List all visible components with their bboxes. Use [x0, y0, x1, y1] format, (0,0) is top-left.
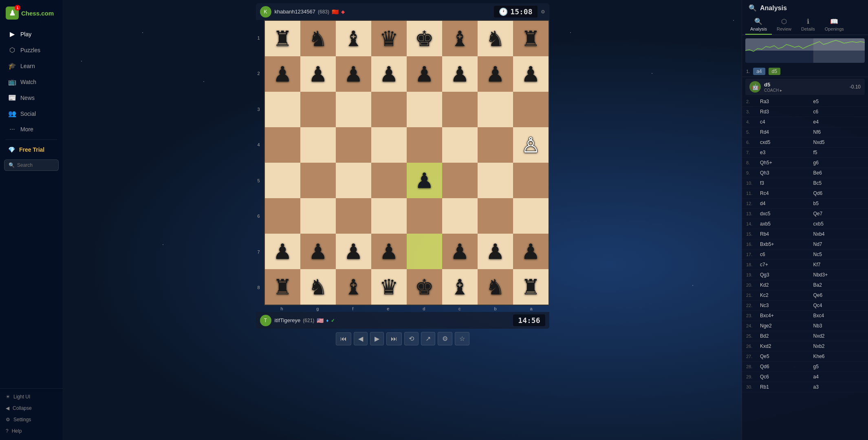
sidebar-item-social[interactable]: 👥 Social — [2, 106, 60, 121]
cell-r5-c4[interactable] — [407, 198, 442, 234]
cell-r0-c1[interactable]: ♞ — [300, 21, 336, 56]
sidebar-item-more[interactable]: ··· More — [2, 122, 60, 137]
board-settings-button[interactable]: ⚙ — [438, 332, 452, 345]
move-white[interactable]: cxd5 — [758, 139, 811, 146]
cell-r3-c1[interactable] — [300, 127, 336, 163]
cell-r0-c0[interactable]: ♜ — [265, 21, 300, 56]
cell-r2-c0[interactable] — [265, 92, 300, 127]
move-white[interactable]: axb5 — [758, 220, 811, 228]
sidebar-item-news[interactable]: 📰 News — [2, 90, 60, 105]
move-white[interactable]: c6 — [758, 251, 811, 258]
move-white[interactable]: Qg3 — [758, 271, 811, 279]
cell-r3-c5[interactable] — [442, 127, 478, 163]
move-white[interactable]: Nc3 — [758, 302, 811, 309]
move-white[interactable]: Rd3 — [758, 108, 811, 115]
move-black[interactable]: Nc5 — [811, 251, 864, 258]
move-white[interactable]: Rc4 — [758, 190, 811, 197]
move-black[interactable]: Bc5 — [811, 179, 864, 187]
move-white[interactable]: e3 — [758, 149, 811, 156]
sidebar-item-play[interactable]: ▶ Play — [2, 27, 60, 42]
cell-r6-c7[interactable]: ♟ — [513, 234, 549, 269]
move-black[interactable]: Nf6 — [811, 128, 864, 136]
free-trial-button[interactable]: 💎 Free Trial — [2, 143, 60, 157]
move-white[interactable]: Bxc4+ — [758, 312, 811, 319]
move-white[interactable]: Bd2 — [758, 332, 811, 340]
cell-r4-c5[interactable] — [442, 163, 478, 198]
next-move-button[interactable]: ▶ — [370, 332, 384, 345]
move-white[interactable]: Bxb5+ — [758, 241, 811, 248]
move-black[interactable]: e4 — [811, 118, 864, 126]
cell-r0-c2[interactable]: ♝ — [336, 21, 371, 56]
move-black[interactable]: Nxd2 — [811, 332, 864, 340]
cell-r5-c6[interactable] — [478, 198, 513, 234]
flip-board-button[interactable]: ⟲ — [404, 332, 419, 345]
cell-r3-c7[interactable]: ♙ — [513, 127, 549, 163]
first-move-white[interactable]: a4 — [753, 68, 765, 75]
cell-r6-c0[interactable]: ♟ — [265, 234, 300, 269]
move-black[interactable]: Bxc4 — [811, 312, 864, 319]
move-white[interactable]: c4 — [758, 118, 811, 126]
cell-r0-c5[interactable]: ♝ — [442, 21, 478, 56]
cell-r3-c4[interactable] — [407, 127, 442, 163]
search-box[interactable]: 🔍 — [4, 159, 59, 171]
move-black[interactable]: Nbd3+ — [811, 271, 864, 279]
cell-r4-c2[interactable] — [336, 163, 371, 198]
cell-r5-c5[interactable] — [442, 198, 478, 234]
cell-r5-c2[interactable] — [336, 198, 371, 234]
cell-r4-c7[interactable] — [513, 163, 549, 198]
move-black[interactable]: e5 — [811, 98, 864, 105]
move-black[interactable]: Nb3 — [811, 322, 864, 329]
move-black[interactable]: Be6 — [811, 169, 864, 177]
tab-openings[interactable]: 📖 Openings — [820, 14, 849, 35]
cell-r6-c3[interactable]: ♟ — [371, 234, 407, 269]
sidebar-item-watch[interactable]: 📺 Watch — [2, 74, 60, 89]
move-black[interactable]: Qc4 — [811, 302, 864, 309]
move-white[interactable]: Kc2 — [758, 292, 811, 299]
move-black[interactable]: cxb5 — [811, 220, 864, 228]
cell-r6-c4[interactable] — [407, 234, 442, 269]
move-black[interactable]: Qd6 — [811, 190, 864, 197]
cell-r5-c1[interactable] — [300, 198, 336, 234]
move-black[interactable]: f5 — [811, 149, 864, 156]
move-black[interactable]: a3 — [811, 383, 864, 391]
cell-r4-c6[interactable] — [478, 163, 513, 198]
bookmark-button[interactable]: ☆ — [455, 332, 469, 345]
move-white[interactable]: c7+ — [758, 261, 811, 268]
move-white[interactable]: Qd6 — [758, 363, 811, 370]
cell-r2-c7[interactable] — [513, 92, 549, 127]
move-black[interactable]: Ba2 — [811, 281, 864, 289]
move-white[interactable]: dxc5 — [758, 210, 811, 217]
cell-r4-c1[interactable] — [300, 163, 336, 198]
cell-r2-c6[interactable] — [478, 92, 513, 127]
cell-r3-c3[interactable] — [371, 127, 407, 163]
cell-r6-c1[interactable]: ♟ — [300, 234, 336, 269]
cell-r0-c6[interactable]: ♞ — [478, 21, 513, 56]
move-black[interactable]: b5 — [811, 200, 864, 207]
cell-r7-c0[interactable]: ♜ — [265, 269, 300, 305]
move-black[interactable]: Khe6 — [811, 353, 864, 360]
cell-r0-c4[interactable]: ♚ — [407, 21, 442, 56]
cell-r7-c1[interactable]: ♞ — [300, 269, 336, 305]
cell-r7-c2[interactable]: ♝ — [336, 269, 371, 305]
cell-r3-c2[interactable] — [336, 127, 371, 163]
first-move-black[interactable]: d5 — [769, 68, 780, 75]
search-input[interactable] — [17, 162, 54, 168]
cell-r7-c6[interactable]: ♞ — [478, 269, 513, 305]
cell-r5-c3[interactable] — [371, 198, 407, 234]
tab-review[interactable]: ⬡ Review — [772, 14, 796, 35]
move-white[interactable]: d4 — [758, 200, 811, 207]
cell-r1-c3[interactable]: ♟ — [371, 56, 407, 92]
cell-r4-c0[interactable] — [265, 163, 300, 198]
prev-move-button[interactable]: ◀ — [354, 332, 368, 345]
cell-r1-c4[interactable]: ♟ — [407, 56, 442, 92]
last-move-button[interactable]: ⏭ — [386, 332, 402, 345]
sidebar-light-ui[interactable]: ☀ Light UI — [0, 391, 63, 402]
move-white[interactable]: Qe5 — [758, 353, 811, 360]
move-black[interactable]: g5 — [811, 363, 864, 370]
sidebar-help[interactable]: ? Help — [0, 425, 63, 437]
cell-r1-c5[interactable]: ♟ — [442, 56, 478, 92]
move-white[interactable]: Rb4 — [758, 230, 811, 238]
move-white[interactable]: f3 — [758, 179, 811, 187]
move-black[interactable]: a4 — [811, 373, 864, 380]
first-move-button[interactable]: ⏮ — [336, 332, 351, 345]
